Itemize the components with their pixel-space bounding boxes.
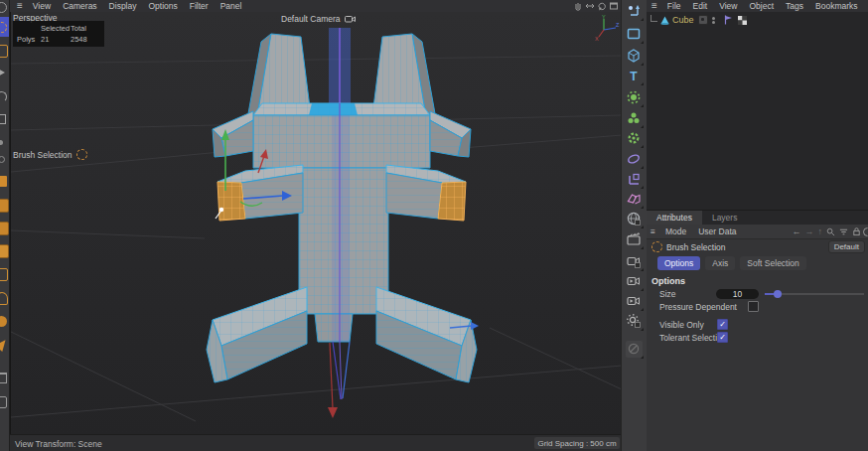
object-name[interactable]: Cube <box>672 15 694 25</box>
material-disabled-icon[interactable] <box>626 341 643 358</box>
cone-object-icon[interactable] <box>660 16 669 25</box>
maximize-view-icon[interactable] <box>609 1 619 11</box>
om-menu-bookmarks[interactable]: Bookmarks <box>809 1 864 11</box>
om-menu-file[interactable]: File <box>661 1 687 11</box>
right-toolbar[interactable]: T <box>621 0 648 451</box>
tab-attributes[interactable]: Attributes <box>647 211 702 225</box>
om-menu-edit[interactable]: Edit <box>687 1 714 11</box>
tolerant-selection-checkbox[interactable]: ✓ <box>717 332 728 343</box>
viewport-nav-icons <box>573 1 619 11</box>
visible-only-checkbox[interactable]: ✓ <box>717 319 728 330</box>
generator-icon[interactable] <box>626 89 643 106</box>
selection-stats: Selected Total Polys 21 2548 <box>13 21 104 47</box>
globe-icon[interactable] <box>626 211 643 227</box>
tool-title: Brush Selection <box>666 242 726 252</box>
rotate-tool-icon[interactable] <box>0 91 7 102</box>
viewport-canvas[interactable]: Perspective Selected Total Polys 21 2548… <box>10 12 622 434</box>
tab-soft-selection[interactable]: Soft Selection <box>740 256 805 270</box>
volume-icon[interactable] <box>626 151 643 168</box>
cloner-icon[interactable] <box>626 110 643 127</box>
attribute-mode-tabs: Options Axis Soft Selection <box>647 254 868 270</box>
scene-3d[interactable] <box>11 12 622 434</box>
pressure-dependent-checkbox[interactable]: ✓ <box>748 301 759 312</box>
texture-mode-icon[interactable] <box>0 316 7 327</box>
menu-cameras[interactable]: Cameras <box>57 1 102 11</box>
z-axis-arrow <box>471 322 479 330</box>
om-menu-view[interactable]: View <box>713 1 743 11</box>
axis-z-label: Z <box>616 22 620 28</box>
edges-mode-icon[interactable] <box>0 222 9 235</box>
camera-label[interactable]: Default Camera <box>281 14 341 24</box>
mode-dot-icon[interactable] <box>0 156 5 163</box>
back-arrow-icon[interactable]: ← <box>791 226 803 236</box>
options-icon[interactable] <box>0 396 7 408</box>
forward-arrow-icon[interactable]: → <box>803 226 816 236</box>
lock-icon[interactable] <box>852 226 861 236</box>
brush-cursor[interactable] <box>219 208 223 212</box>
menu-filter[interactable]: Filter <box>184 1 215 11</box>
render-settings-icon[interactable] <box>626 231 643 248</box>
object-manager-menu-icon[interactable]: ≡ <box>647 1 661 11</box>
workplane-icon[interactable] <box>0 176 7 187</box>
spline-rectangle-icon[interactable] <box>626 26 643 43</box>
viewport-menu-icon[interactable]: ≡ <box>12 1 27 11</box>
scale-tool-icon[interactable] <box>0 114 6 124</box>
render-queue-icon[interactable] <box>626 293 643 310</box>
stats-total-header: Total <box>71 23 100 34</box>
default-button[interactable]: Default <box>828 240 865 253</box>
mode-dot-icon[interactable] <box>0 140 3 145</box>
om-menu-tags[interactable]: Tags <box>780 1 809 11</box>
size-slider-handle[interactable] <box>774 290 782 298</box>
left-toolbar[interactable] <box>0 0 10 451</box>
cube-primitive-icon[interactable] <box>626 48 643 65</box>
rectangle-selection-icon[interactable] <box>0 45 8 58</box>
status-view-transform: View Transform: Scene <box>10 439 102 449</box>
pan-hand-icon[interactable] <box>573 1 583 11</box>
move-axis-icon[interactable] <box>626 3 643 20</box>
model-mode-icon[interactable] <box>0 268 8 281</box>
object-axis-icon[interactable] <box>0 292 8 305</box>
search-icon[interactable] <box>826 227 835 236</box>
pen-tool-icon[interactable] <box>0 337 9 352</box>
live-selection-icon[interactable] <box>0 17 9 37</box>
user-data-menu[interactable]: User Data <box>692 226 742 236</box>
snap-grid-icon[interactable] <box>0 373 7 383</box>
motext-icon[interactable]: T <box>626 68 643 84</box>
mode-menu[interactable]: Mode <box>659 226 692 236</box>
model-mesh[interactable] <box>207 28 479 418</box>
zoom-tool-icon[interactable] <box>0 2 7 13</box>
points-mode-icon[interactable] <box>0 199 9 213</box>
attribute-menu-icon[interactable]: ≡ <box>647 226 659 236</box>
object-enable-toggle[interactable] <box>698 15 708 25</box>
size-slider[interactable] <box>765 289 864 299</box>
render-view-icon[interactable] <box>626 253 643 270</box>
menu-panel[interactable]: Panel <box>215 1 248 11</box>
polygon-pen-icon[interactable] <box>626 191 643 208</box>
menu-options[interactable]: Options <box>142 1 183 11</box>
tab-layers[interactable]: Layers <box>702 211 748 225</box>
selection-tag-icon[interactable] <box>724 15 733 25</box>
zoom-view-icon[interactable] <box>585 1 595 11</box>
deformer-gear-icon[interactable] <box>626 130 643 147</box>
axis-x-label: X <box>595 36 599 42</box>
size-input[interactable]: 10 <box>716 289 759 299</box>
om-menu-object[interactable]: Object <box>743 1 780 11</box>
menu-view[interactable]: View <box>27 1 57 11</box>
filter-icon[interactable] <box>839 227 848 236</box>
tab-axis[interactable]: Axis <box>705 256 735 270</box>
polygons-mode-icon[interactable] <box>0 244 9 258</box>
light-icon[interactable] <box>626 313 643 330</box>
visibility-dots-icon[interactable] <box>712 17 715 24</box>
object-row-cube[interactable]: Cube <box>649 14 747 26</box>
phong-tag-icon[interactable] <box>738 16 747 25</box>
pin-icon[interactable] <box>863 227 868 236</box>
axis-modify-icon[interactable] <box>626 171 643 188</box>
menu-display[interactable]: Display <box>103 1 143 11</box>
camera-label-row[interactable]: Default Camera <box>281 14 356 24</box>
up-arrow-icon[interactable]: ↑ <box>816 226 825 236</box>
move-tool-icon[interactable] <box>0 69 5 76</box>
tab-options[interactable]: Options <box>657 256 700 270</box>
tool-title-row: Brush Selection Default <box>647 239 868 254</box>
render-picture-viewer-icon[interactable] <box>626 273 643 290</box>
rotate-view-icon[interactable] <box>597 1 607 11</box>
